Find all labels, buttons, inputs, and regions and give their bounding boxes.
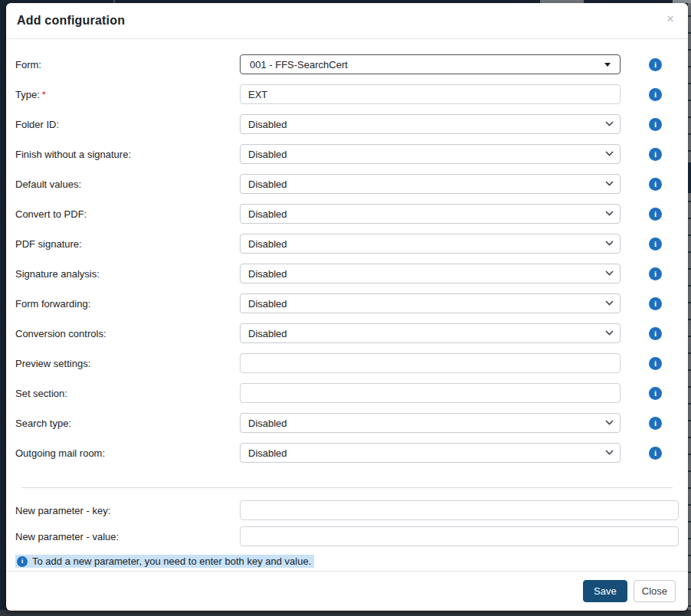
field-row-new-parameter-key: New parameter - key: xyxy=(15,500,679,520)
add-configuration-modal: Add configuration × Form: 001 - FFS-Sear… xyxy=(6,3,688,611)
new-parameter-value-input[interactable] xyxy=(240,526,679,546)
field-row-folder-id: Folder ID: Disabled i xyxy=(15,114,679,134)
field-row-preview-settings: Preview settings: i xyxy=(15,353,679,373)
info-icon[interactable]: i xyxy=(649,148,662,161)
field-label: Finish without a signature: xyxy=(15,149,240,160)
default-values-select[interactable]: Disabled xyxy=(240,174,621,194)
field-label: Folder ID: xyxy=(15,119,240,130)
info-icon[interactable]: i xyxy=(649,238,662,251)
section-divider xyxy=(21,487,673,488)
pdf-signature-select[interactable]: Disabled xyxy=(240,234,621,254)
field-row-finish-without-signature: Finish without a signature: Disabled i xyxy=(15,144,679,164)
info-icon[interactable]: i xyxy=(649,178,662,191)
parameter-note: i To add a new parameter, you need to en… xyxy=(15,552,679,568)
info-icon[interactable]: i xyxy=(649,417,662,430)
close-button[interactable]: Close xyxy=(634,580,676,602)
info-icon[interactable]: i xyxy=(649,297,662,310)
field-row-search-type: Search type: Disabled i xyxy=(15,413,679,433)
field-row-new-parameter-value: New parameter - value: xyxy=(15,526,679,546)
modal-footer: Save Close xyxy=(6,571,688,611)
save-button[interactable]: Save xyxy=(583,580,627,602)
signature-analysis-select[interactable]: Disabled xyxy=(240,264,621,283)
field-row-outgoing-mail-room: Outgoing mail room: Disabled i xyxy=(15,443,679,463)
info-icon[interactable]: i xyxy=(649,118,662,131)
info-icon[interactable]: i xyxy=(649,208,662,221)
field-row-set-section: Set section: i xyxy=(15,383,679,403)
info-icon[interactable]: i xyxy=(649,88,662,101)
folder-id-select[interactable]: Disabled xyxy=(240,114,621,134)
form-forwarding-select[interactable]: Disabled xyxy=(240,293,621,313)
info-icon[interactable]: i xyxy=(649,267,662,280)
search-type-select[interactable]: Disabled xyxy=(240,413,621,433)
info-icon: i xyxy=(17,556,28,567)
finish-without-signature-select[interactable]: Disabled xyxy=(240,144,621,164)
field-row-default-values: Default values: Disabled i xyxy=(15,174,679,194)
modal-header: Add configuration × xyxy=(6,3,688,39)
background-page-edge xyxy=(688,0,691,616)
field-row-convert-to-pdf: Convert to PDF: Disabled i xyxy=(15,204,679,224)
info-icon[interactable]: i xyxy=(649,447,662,460)
field-label: Type:* xyxy=(15,89,240,100)
convert-to-pdf-select[interactable]: Disabled xyxy=(240,204,621,224)
field-row-conversion-controls: Conversion controls: Disabled i xyxy=(15,323,679,343)
field-label: Convert to PDF: xyxy=(15,208,240,220)
field-label: Form forwarding: xyxy=(15,298,240,310)
field-label: PDF signature: xyxy=(15,238,240,250)
type-input[interactable] xyxy=(240,84,621,104)
field-label: New parameter - value: xyxy=(15,531,240,542)
preview-settings-input[interactable] xyxy=(240,353,621,373)
field-label: New parameter - key: xyxy=(15,505,240,516)
field-label: Default values: xyxy=(15,179,240,190)
parameter-note-text: To add a new parameter, you need to ente… xyxy=(32,555,311,567)
info-icon[interactable]: i xyxy=(649,387,662,400)
field-label: Set section: xyxy=(15,388,240,399)
info-icon[interactable]: i xyxy=(649,58,662,71)
set-section-input[interactable] xyxy=(240,383,621,403)
field-label: Outgoing mail room: xyxy=(15,447,240,459)
field-label: Conversion controls: xyxy=(15,328,240,339)
field-row-signature-analysis: Signature analysis: Disabled i xyxy=(15,264,679,283)
form-dropdown[interactable]: 001 - FFS-SearchCert xyxy=(240,54,621,74)
page-title: Add configuration xyxy=(17,14,125,28)
background-page-edge xyxy=(0,610,691,616)
conversion-controls-select[interactable]: Disabled xyxy=(240,323,621,343)
caret-down-icon xyxy=(604,63,611,67)
info-icon[interactable]: i xyxy=(649,327,662,340)
new-parameter-key-input[interactable] xyxy=(240,500,679,520)
field-row-form: Form: 001 - FFS-SearchCert i xyxy=(15,54,679,74)
required-asterisk: * xyxy=(42,89,46,100)
field-label: Search type: xyxy=(15,418,240,429)
info-icon[interactable]: i xyxy=(649,357,662,370)
background-page-edge xyxy=(688,162,691,193)
field-row-form-forwarding: Form forwarding: Disabled i xyxy=(15,293,679,313)
close-icon[interactable]: × xyxy=(662,11,679,28)
field-row-pdf-signature: PDF signature: Disabled i xyxy=(15,234,679,254)
outgoing-mail-room-select[interactable]: Disabled xyxy=(240,443,621,463)
modal-body: Form: 001 - FFS-SearchCert i Type:* i Fo… xyxy=(6,39,688,568)
field-label: Signature analysis: xyxy=(15,268,240,280)
form-dropdown-value: 001 - FFS-SearchCert xyxy=(250,59,604,70)
field-label: Form: xyxy=(15,59,240,70)
field-label: Preview settings: xyxy=(15,358,240,369)
field-row-type: Type:* i xyxy=(15,84,679,104)
